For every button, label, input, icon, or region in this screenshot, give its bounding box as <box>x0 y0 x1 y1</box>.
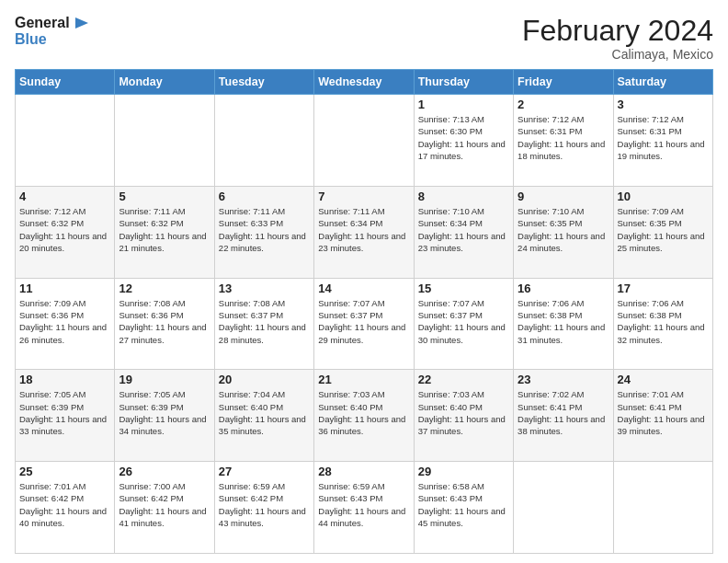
svg-marker-0 <box>75 17 88 29</box>
day-info: Sunrise: 7:06 AM Sunset: 6:38 PM Dayligh… <box>618 297 709 346</box>
day-info: Sunrise: 7:03 AM Sunset: 6:40 PM Dayligh… <box>418 388 509 437</box>
table-cell: 6Sunrise: 7:11 AM Sunset: 6:33 PM Daylig… <box>214 186 313 278</box>
day-number: 27 <box>219 465 310 478</box>
day-info: Sunrise: 7:07 AM Sunset: 6:37 PM Dayligh… <box>418 297 509 346</box>
day-number: 2 <box>518 98 609 111</box>
table-cell: 3Sunrise: 7:12 AM Sunset: 6:31 PM Daylig… <box>613 95 712 187</box>
table-cell <box>214 95 313 187</box>
table-cell <box>16 95 115 187</box>
logo-blue: Blue <box>15 31 88 48</box>
day-info: Sunrise: 6:59 AM Sunset: 6:43 PM Dayligh… <box>318 480 409 529</box>
table-cell: 12Sunrise: 7:08 AM Sunset: 6:36 PM Dayli… <box>115 278 214 370</box>
week-row-2: 4Sunrise: 7:12 AM Sunset: 6:32 PM Daylig… <box>16 186 713 278</box>
table-cell: 10Sunrise: 7:09 AM Sunset: 6:35 PM Dayli… <box>613 186 712 278</box>
day-number: 16 <box>518 282 609 295</box>
calendar-page: General Blue February 2024 Calimaya, Mex… <box>0 0 728 563</box>
day-info: Sunrise: 7:00 AM Sunset: 6:42 PM Dayligh… <box>119 480 210 529</box>
day-info: Sunrise: 7:09 AM Sunset: 6:35 PM Dayligh… <box>618 205 709 254</box>
day-number: 8 <box>418 190 509 203</box>
table-cell <box>514 462 613 554</box>
day-number: 7 <box>318 190 409 203</box>
day-number: 29 <box>418 465 509 478</box>
day-number: 1 <box>418 98 509 111</box>
calendar-header-row: Sunday Monday Tuesday Wednesday Thursday… <box>16 70 713 95</box>
logo-general: General <box>15 15 70 31</box>
col-friday: Friday <box>514 70 613 95</box>
header: General Blue February 2024 Calimaya, Mex… <box>15 15 713 62</box>
day-number: 19 <box>119 373 210 386</box>
day-info: Sunrise: 7:09 AM Sunset: 6:36 PM Dayligh… <box>19 297 110 346</box>
day-info: Sunrise: 7:07 AM Sunset: 6:37 PM Dayligh… <box>318 297 409 346</box>
day-info: Sunrise: 7:02 AM Sunset: 6:41 PM Dayligh… <box>518 388 609 437</box>
table-cell: 7Sunrise: 7:11 AM Sunset: 6:34 PM Daylig… <box>314 186 414 278</box>
table-cell: 23Sunrise: 7:02 AM Sunset: 6:41 PM Dayli… <box>514 370 613 462</box>
day-number: 9 <box>518 190 609 203</box>
table-cell: 22Sunrise: 7:03 AM Sunset: 6:40 PM Dayli… <box>414 370 513 462</box>
table-cell: 13Sunrise: 7:08 AM Sunset: 6:37 PM Dayli… <box>214 278 313 370</box>
month-title: February 2024 <box>522 15 713 47</box>
day-info: Sunrise: 7:04 AM Sunset: 6:40 PM Dayligh… <box>219 388 310 437</box>
table-cell: 16Sunrise: 7:06 AM Sunset: 6:38 PM Dayli… <box>514 278 613 370</box>
table-cell <box>115 95 214 187</box>
day-info: Sunrise: 7:11 AM Sunset: 6:32 PM Dayligh… <box>119 205 210 254</box>
day-info: Sunrise: 7:08 AM Sunset: 6:37 PM Dayligh… <box>219 297 310 346</box>
table-cell: 9Sunrise: 7:10 AM Sunset: 6:35 PM Daylig… <box>514 186 613 278</box>
col-saturday: Saturday <box>613 70 712 95</box>
day-number: 23 <box>518 373 609 386</box>
col-monday: Monday <box>115 70 214 95</box>
day-info: Sunrise: 7:11 AM Sunset: 6:33 PM Dayligh… <box>219 205 310 254</box>
col-sunday: Sunday <box>16 70 115 95</box>
calendar-table: Sunday Monday Tuesday Wednesday Thursday… <box>15 69 713 554</box>
day-number: 10 <box>618 190 709 203</box>
day-info: Sunrise: 7:03 AM Sunset: 6:40 PM Dayligh… <box>318 388 409 437</box>
day-info: Sunrise: 7:10 AM Sunset: 6:34 PM Dayligh… <box>418 205 509 254</box>
col-tuesday: Tuesday <box>214 70 313 95</box>
table-cell: 4Sunrise: 7:12 AM Sunset: 6:32 PM Daylig… <box>16 186 115 278</box>
logo: General Blue <box>15 15 88 48</box>
table-cell: 19Sunrise: 7:05 AM Sunset: 6:39 PM Dayli… <box>115 370 214 462</box>
day-info: Sunrise: 7:11 AM Sunset: 6:34 PM Dayligh… <box>318 205 409 254</box>
day-info: Sunrise: 7:12 AM Sunset: 6:31 PM Dayligh… <box>518 113 609 162</box>
day-number: 13 <box>219 282 310 295</box>
day-info: Sunrise: 7:13 AM Sunset: 6:30 PM Dayligh… <box>418 113 509 162</box>
week-row-3: 11Sunrise: 7:09 AM Sunset: 6:36 PM Dayli… <box>16 278 713 370</box>
table-cell: 18Sunrise: 7:05 AM Sunset: 6:39 PM Dayli… <box>16 370 115 462</box>
day-number: 11 <box>19 282 110 295</box>
day-info: Sunrise: 7:01 AM Sunset: 6:42 PM Dayligh… <box>19 480 110 529</box>
day-number: 24 <box>618 373 709 386</box>
table-cell <box>314 95 414 187</box>
table-cell: 27Sunrise: 6:59 AM Sunset: 6:42 PM Dayli… <box>214 462 313 554</box>
table-cell: 15Sunrise: 7:07 AM Sunset: 6:37 PM Dayli… <box>414 278 513 370</box>
day-info: Sunrise: 7:12 AM Sunset: 6:32 PM Dayligh… <box>19 205 110 254</box>
col-thursday: Thursday <box>414 70 513 95</box>
day-number: 18 <box>19 373 110 386</box>
col-wednesday: Wednesday <box>314 70 414 95</box>
day-number: 28 <box>318 465 409 478</box>
week-row-5: 25Sunrise: 7:01 AM Sunset: 6:42 PM Dayli… <box>16 462 713 554</box>
day-number: 4 <box>19 190 110 203</box>
day-info: Sunrise: 7:08 AM Sunset: 6:36 PM Dayligh… <box>119 297 210 346</box>
day-number: 22 <box>418 373 509 386</box>
day-number: 14 <box>318 282 409 295</box>
table-cell: 8Sunrise: 7:10 AM Sunset: 6:34 PM Daylig… <box>414 186 513 278</box>
day-number: 20 <box>219 373 310 386</box>
table-cell: 17Sunrise: 7:06 AM Sunset: 6:38 PM Dayli… <box>613 278 712 370</box>
day-info: Sunrise: 7:01 AM Sunset: 6:41 PM Dayligh… <box>618 388 709 437</box>
day-info: Sunrise: 7:06 AM Sunset: 6:38 PM Dayligh… <box>518 297 609 346</box>
day-number: 15 <box>418 282 509 295</box>
table-cell: 20Sunrise: 7:04 AM Sunset: 6:40 PM Dayli… <box>214 370 313 462</box>
day-number: 12 <box>119 282 210 295</box>
table-cell: 11Sunrise: 7:09 AM Sunset: 6:36 PM Dayli… <box>16 278 115 370</box>
day-info: Sunrise: 6:59 AM Sunset: 6:42 PM Dayligh… <box>219 480 310 529</box>
table-cell: 25Sunrise: 7:01 AM Sunset: 6:42 PM Dayli… <box>16 462 115 554</box>
logo-arrow-icon <box>72 15 88 31</box>
day-number: 25 <box>19 465 110 478</box>
day-info: Sunrise: 7:12 AM Sunset: 6:31 PM Dayligh… <box>618 113 709 162</box>
day-number: 5 <box>119 190 210 203</box>
day-info: Sunrise: 7:05 AM Sunset: 6:39 PM Dayligh… <box>19 388 110 437</box>
day-info: Sunrise: 7:10 AM Sunset: 6:35 PM Dayligh… <box>518 205 609 254</box>
table-cell: 28Sunrise: 6:59 AM Sunset: 6:43 PM Dayli… <box>314 462 414 554</box>
table-cell <box>613 462 712 554</box>
table-cell: 14Sunrise: 7:07 AM Sunset: 6:37 PM Dayli… <box>314 278 414 370</box>
day-number: 17 <box>618 282 709 295</box>
